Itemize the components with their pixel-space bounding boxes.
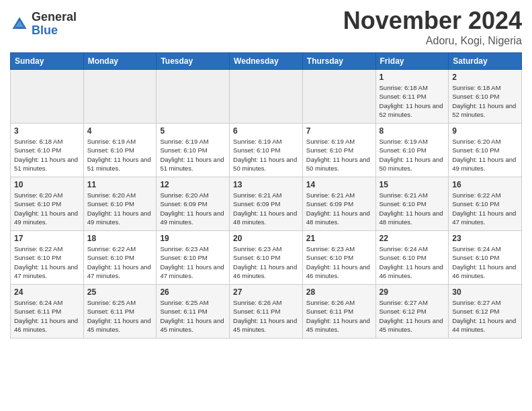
- cell-info: Sunrise: 6:19 AMSunset: 6:10 PMDaylight:…: [87, 137, 153, 173]
- calendar-cell: 14Sunrise: 6:21 AMSunset: 6:09 PMDayligh…: [302, 177, 375, 231]
- calendar-cell: [302, 70, 375, 124]
- calendar-header-row: SundayMondayTuesdayWednesdayThursdayFrid…: [11, 53, 522, 70]
- calendar-week-5: 24Sunrise: 6:24 AMSunset: 6:11 PMDayligh…: [11, 285, 522, 338]
- calendar-cell: 26Sunrise: 6:25 AMSunset: 6:11 PMDayligh…: [157, 285, 230, 338]
- calendar-cell: 2Sunrise: 6:18 AMSunset: 6:10 PMDaylight…: [449, 70, 522, 124]
- calendar-header-tuesday: Tuesday: [157, 53, 230, 70]
- day-number: 15: [380, 180, 445, 189]
- calendar-week-2: 3Sunrise: 6:18 AMSunset: 6:10 PMDaylight…: [11, 124, 522, 177]
- calendar-cell: 20Sunrise: 6:23 AMSunset: 6:10 PMDayligh…: [230, 231, 303, 285]
- calendar-cell: [157, 70, 230, 124]
- day-number: 17: [14, 234, 80, 243]
- cell-info: Sunrise: 6:24 AMSunset: 6:10 PMDaylight:…: [452, 244, 518, 280]
- cell-info: Sunrise: 6:23 AMSunset: 6:10 PMDaylight:…: [233, 244, 299, 280]
- day-number: 19: [160, 234, 226, 243]
- calendar-cell: 28Sunrise: 6:26 AMSunset: 6:11 PMDayligh…: [302, 285, 375, 338]
- day-number: 9: [452, 126, 518, 136]
- calendar-cell: 15Sunrise: 6:21 AMSunset: 6:10 PMDayligh…: [375, 177, 449, 231]
- day-number: 24: [14, 287, 80, 297]
- cell-info: Sunrise: 6:19 AMSunset: 6:10 PMDaylight:…: [306, 137, 372, 173]
- svg-rect-2: [15, 27, 23, 29]
- calendar-header-monday: Monday: [83, 53, 157, 70]
- cell-info: Sunrise: 6:20 AMSunset: 6:10 PMDaylight:…: [14, 191, 80, 226]
- calendar-header-saturday: Saturday: [449, 53, 522, 70]
- calendar-cell: 1Sunrise: 6:18 AMSunset: 6:11 PMDaylight…: [375, 70, 449, 124]
- day-number: 22: [380, 234, 445, 243]
- day-number: 8: [380, 126, 445, 136]
- calendar-cell: 7Sunrise: 6:19 AMSunset: 6:10 PMDaylight…: [302, 124, 375, 177]
- day-number: 2: [452, 73, 518, 82]
- cell-info: Sunrise: 6:20 AMSunset: 6:10 PMDaylight:…: [87, 191, 153, 226]
- cell-info: Sunrise: 6:22 AMSunset: 6:10 PMDaylight:…: [87, 244, 153, 280]
- calendar-cell: 13Sunrise: 6:21 AMSunset: 6:09 PMDayligh…: [230, 177, 303, 231]
- cell-info: Sunrise: 6:26 AMSunset: 6:11 PMDaylight:…: [306, 298, 372, 334]
- calendar-cell: 4Sunrise: 6:19 AMSunset: 6:10 PMDaylight…: [83, 124, 157, 177]
- calendar: SundayMondayTuesdayWednesdayThursdayFrid…: [10, 52, 522, 338]
- cell-info: Sunrise: 6:18 AMSunset: 6:10 PMDaylight:…: [452, 83, 518, 119]
- calendar-cell: 8Sunrise: 6:19 AMSunset: 6:10 PMDaylight…: [375, 124, 449, 177]
- day-number: 26: [160, 287, 226, 297]
- cell-info: Sunrise: 6:25 AMSunset: 6:11 PMDaylight:…: [160, 298, 226, 334]
- calendar-cell: 3Sunrise: 6:18 AMSunset: 6:10 PMDaylight…: [11, 124, 84, 177]
- day-number: 23: [452, 234, 518, 243]
- day-number: 29: [380, 287, 445, 297]
- day-number: 1: [380, 73, 445, 82]
- day-number: 13: [233, 180, 299, 189]
- calendar-cell: 25Sunrise: 6:25 AMSunset: 6:11 PMDayligh…: [83, 285, 157, 338]
- cell-info: Sunrise: 6:24 AMSunset: 6:10 PMDaylight:…: [380, 244, 445, 280]
- cell-info: Sunrise: 6:19 AMSunset: 6:10 PMDaylight:…: [160, 137, 226, 173]
- calendar-cell: 6Sunrise: 6:19 AMSunset: 6:10 PMDaylight…: [230, 124, 303, 177]
- calendar-header-sunday: Sunday: [11, 53, 84, 70]
- cell-info: Sunrise: 6:19 AMSunset: 6:10 PMDaylight:…: [380, 137, 445, 173]
- day-number: 3: [14, 126, 80, 136]
- cell-info: Sunrise: 6:18 AMSunset: 6:11 PMDaylight:…: [380, 83, 445, 119]
- cell-info: Sunrise: 6:27 AMSunset: 6:12 PMDaylight:…: [452, 298, 518, 334]
- calendar-cell: 9Sunrise: 6:20 AMSunset: 6:10 PMDaylight…: [449, 124, 522, 177]
- calendar-cell: [11, 70, 84, 124]
- page: General Blue November 2024 Adoru, Kogi, …: [0, 0, 532, 349]
- day-number: 27: [233, 287, 299, 297]
- logo-blue: Blue: [32, 24, 77, 38]
- day-number: 18: [87, 234, 153, 243]
- calendar-header-wednesday: Wednesday: [230, 53, 303, 70]
- cell-info: Sunrise: 6:27 AMSunset: 6:12 PMDaylight:…: [380, 298, 445, 334]
- month-title: November 2024: [343, 7, 522, 35]
- calendar-cell: 12Sunrise: 6:20 AMSunset: 6:09 PMDayligh…: [157, 177, 230, 231]
- day-number: 6: [233, 126, 299, 136]
- day-number: 4: [87, 126, 153, 136]
- logo-icon: [10, 15, 29, 34]
- calendar-cell: 29Sunrise: 6:27 AMSunset: 6:12 PMDayligh…: [375, 285, 449, 338]
- logo-general: General: [32, 11, 77, 24]
- cell-info: Sunrise: 6:23 AMSunset: 6:10 PMDaylight:…: [160, 244, 226, 280]
- cell-info: Sunrise: 6:21 AMSunset: 6:09 PMDaylight:…: [306, 191, 372, 226]
- calendar-week-1: 1Sunrise: 6:18 AMSunset: 6:11 PMDaylight…: [11, 70, 522, 124]
- calendar-cell: 30Sunrise: 6:27 AMSunset: 6:12 PMDayligh…: [449, 285, 522, 338]
- calendar-week-4: 17Sunrise: 6:22 AMSunset: 6:10 PMDayligh…: [11, 231, 522, 285]
- calendar-cell: 16Sunrise: 6:22 AMSunset: 6:10 PMDayligh…: [449, 177, 522, 231]
- cell-info: Sunrise: 6:20 AMSunset: 6:10 PMDaylight:…: [452, 137, 518, 173]
- calendar-cell: 22Sunrise: 6:24 AMSunset: 6:10 PMDayligh…: [375, 231, 449, 285]
- calendar-cell: 24Sunrise: 6:24 AMSunset: 6:11 PMDayligh…: [11, 285, 84, 338]
- calendar-cell: 5Sunrise: 6:19 AMSunset: 6:10 PMDaylight…: [157, 124, 230, 177]
- day-number: 21: [306, 234, 372, 243]
- day-number: 25: [87, 287, 153, 297]
- calendar-cell: 19Sunrise: 6:23 AMSunset: 6:10 PMDayligh…: [157, 231, 230, 285]
- cell-info: Sunrise: 6:21 AMSunset: 6:10 PMDaylight:…: [380, 191, 445, 226]
- logo-text: General Blue: [32, 11, 77, 38]
- calendar-cell: [83, 70, 157, 124]
- cell-info: Sunrise: 6:20 AMSunset: 6:09 PMDaylight:…: [160, 191, 226, 226]
- calendar-cell: 27Sunrise: 6:26 AMSunset: 6:11 PMDayligh…: [230, 285, 303, 338]
- header: General Blue November 2024 Adoru, Kogi, …: [10, 7, 522, 47]
- day-number: 20: [233, 234, 299, 243]
- title-area: November 2024 Adoru, Kogi, Nigeria: [343, 7, 522, 47]
- day-number: 5: [160, 126, 226, 136]
- cell-info: Sunrise: 6:19 AMSunset: 6:10 PMDaylight:…: [233, 137, 299, 173]
- cell-info: Sunrise: 6:24 AMSunset: 6:11 PMDaylight:…: [14, 298, 80, 334]
- cell-info: Sunrise: 6:21 AMSunset: 6:09 PMDaylight:…: [233, 191, 299, 226]
- day-number: 7: [306, 126, 372, 136]
- cell-info: Sunrise: 6:25 AMSunset: 6:11 PMDaylight:…: [87, 298, 153, 334]
- cell-info: Sunrise: 6:22 AMSunset: 6:10 PMDaylight:…: [452, 191, 518, 226]
- day-number: 11: [87, 180, 153, 189]
- day-number: 16: [452, 180, 518, 189]
- logo-area: General Blue: [10, 7, 77, 38]
